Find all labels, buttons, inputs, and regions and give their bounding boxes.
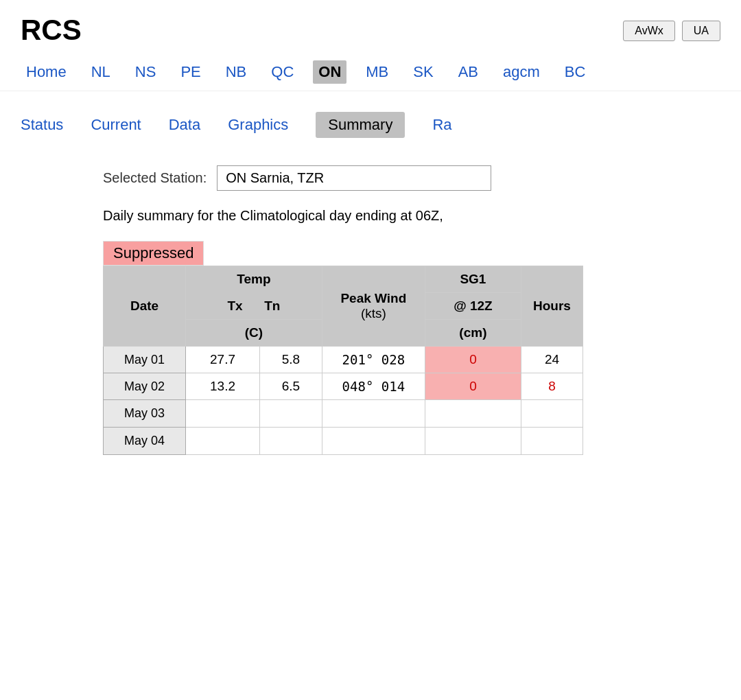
table-row: May 0127.75.8201° 028024 [104, 347, 583, 373]
summary-text: Daily summary for the Climatological day… [103, 208, 720, 224]
logo: RCS [21, 14, 82, 47]
table-wrapper: Suppressed Date Temp Peak Wind(kts) SG1 … [103, 241, 720, 455]
peak-wind-cell [322, 400, 425, 428]
table-row: May 04 [104, 428, 583, 455]
date-cell[interactable]: May 02 [104, 373, 186, 400]
nav-on[interactable]: ON [313, 60, 346, 84]
subnav-summary[interactable]: Summary [316, 112, 405, 138]
th-hours: Hours [521, 266, 583, 347]
subnav-current[interactable]: Current [91, 116, 141, 134]
station-row: Selected Station: [103, 165, 720, 191]
summary-table: Date Temp Peak Wind(kts) SG1 Hours Tx Tn… [103, 266, 583, 455]
th-date: Date [104, 266, 186, 347]
peak-wind-cell: 048° 014 [322, 373, 425, 400]
sub-nav: StatusCurrentDataGraphicsSummaryRa [0, 91, 741, 145]
th-sg1-unit: (cm) [425, 320, 521, 347]
date-cell[interactable]: May 04 [104, 428, 186, 455]
nav-bc[interactable]: BC [559, 60, 591, 84]
main-nav: HomeNLNSPENBQCONMBSKABagcmBC [0, 54, 741, 91]
subnav-graphics[interactable]: Graphics [228, 116, 288, 134]
date-cell[interactable]: May 03 [104, 400, 186, 428]
tx-cell: 13.2 [186, 373, 260, 400]
table-row: May 0213.26.5048° 01408 [104, 373, 583, 400]
hours-cell [521, 428, 583, 455]
th-sg1-sub: @ 12Z [425, 293, 521, 320]
subnav-ra[interactable]: Ra [432, 116, 451, 134]
nav-ab[interactable]: AB [453, 60, 484, 84]
tn-cell [260, 428, 322, 455]
station-input[interactable] [217, 165, 491, 191]
nav-nl[interactable]: NL [86, 60, 116, 84]
th-sg1: SG1 [425, 266, 521, 293]
nav-pe[interactable]: PE [175, 60, 206, 84]
nav-mb[interactable]: MB [360, 60, 394, 84]
tx-cell [186, 428, 260, 455]
sg1-cell: 0 [425, 373, 521, 400]
sg1-cell [425, 400, 521, 428]
nav-ns[interactable]: NS [130, 60, 162, 84]
avwx-button[interactable]: AvWx [623, 21, 674, 41]
peak-wind-cell [322, 428, 425, 455]
nav-qc[interactable]: QC [266, 60, 299, 84]
station-label: Selected Station: [103, 170, 207, 186]
content: Selected Station: Daily summary for the … [0, 145, 741, 476]
th-temp-unit: (C) [186, 320, 322, 347]
table-row: May 03 [104, 400, 583, 428]
subnav-status[interactable]: Status [21, 116, 63, 134]
hours-cell: 24 [521, 347, 583, 373]
nav-sk[interactable]: SK [408, 60, 438, 84]
sg1-cell: 0 [425, 347, 521, 373]
subnav-data[interactable]: Data [169, 116, 200, 134]
header-buttons: AvWx UA [623, 14, 720, 41]
nav-home[interactable]: Home [21, 60, 72, 84]
th-temp: Temp [186, 266, 322, 293]
hours-cell [521, 400, 583, 428]
nav-agcm[interactable]: agcm [497, 60, 545, 84]
suppressed-badge: Suppressed [103, 241, 204, 266]
th-txtn: Tx Tn [186, 293, 322, 320]
nav-nb[interactable]: NB [220, 60, 252, 84]
ua-button[interactable]: UA [682, 21, 720, 41]
peak-wind-cell: 201° 028 [322, 347, 425, 373]
tn-cell: 5.8 [260, 347, 322, 373]
tn-cell: 6.5 [260, 373, 322, 400]
tx-cell: 27.7 [186, 347, 260, 373]
tn-cell [260, 400, 322, 428]
tx-cell [186, 400, 260, 428]
header: RCS AvWx UA [0, 0, 741, 54]
date-cell[interactable]: May 01 [104, 347, 186, 373]
hours-cell: 8 [521, 373, 583, 400]
th-peakwind: Peak Wind(kts) [322, 266, 425, 347]
sg1-cell [425, 428, 521, 455]
